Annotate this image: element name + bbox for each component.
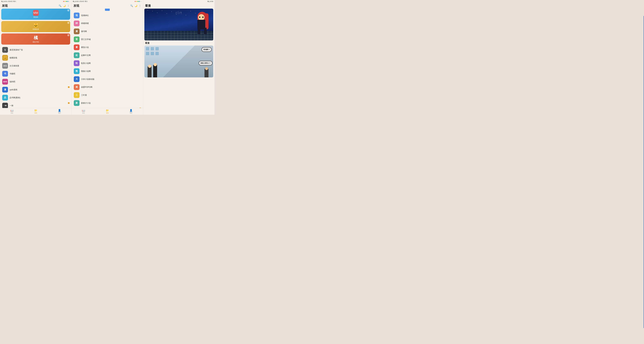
baozi-badge: [140, 108, 141, 108]
face: [198, 14, 204, 21]
more-icon-1[interactable]: ⋮: [67, 5, 70, 7]
list-item-fulib[interactable]: 福利吧 福利吧: [1, 78, 70, 86]
moon-icon-2[interactable]: 🌙: [134, 5, 137, 7]
dot-yellow-2: [136, 1, 137, 2]
sony-label: 索尼资源有广告: [10, 49, 23, 51]
list-item-shulou[interactable]: 书 书楼吧: [1, 70, 70, 78]
liuli-label: 琉璃神社: [81, 14, 89, 17]
status-bar-2: 晚上8:56 1月20日 周六 ···: [72, 0, 143, 3]
more-icon-2[interactable]: ⋮: [139, 5, 141, 7]
status-bar-1: 晚上8:56 1月20日 周六 ···: [0, 0, 72, 3]
dot-yellow-1: [64, 1, 66, 2]
card-orange[interactable]: × 橘 橘色书院: [1, 34, 70, 45]
list-item-pinshu[interactable]: 品 品书阁(繁体): [1, 94, 70, 102]
comic-scene-bg: 有动静？ 难道上面有人？: [144, 46, 213, 77]
yiqi-icon: 一骑: [2, 103, 8, 108]
fulib-icon: 福利吧: [2, 79, 8, 85]
popo-icon: 就: [74, 84, 80, 90]
tab-discover-label-1: 发现: [34, 112, 37, 114]
panda-label: 熊猫小说网: [81, 70, 91, 73]
hair-right: [205, 13, 208, 29]
fulib-label: 福利吧: [10, 80, 15, 83]
status-right-1: ···: [63, 1, 70, 2]
fushu-label: 腐书网: [81, 30, 87, 33]
moon-icon-1[interactable]: 🌙: [63, 5, 66, 7]
tab-read-1[interactable]: 📖 阅读: [0, 108, 24, 115]
section-label-1: 看漫: [145, 42, 213, 45]
comic-banner-1[interactable]: rIn: [144, 9, 213, 41]
yyds-label: yyds漫画: [10, 88, 17, 91]
list-item-bibibi[interactable]: 哔 哔哩哔哩: [73, 20, 142, 27]
tab-read-2[interactable]: 📖 阅读: [72, 108, 96, 115]
jjwx-label: 晋江文学城: [81, 38, 91, 41]
tab-mine-2[interactable]: 👤 我的: [119, 108, 143, 115]
status-left-2: 晚上8:56 1月20日 周六: [73, 1, 88, 3]
list-item-maopan-film[interactable]: 🐱 猫番影视: [1, 54, 70, 62]
header-icons-2: 🔍 🌙 ⋮: [130, 5, 141, 7]
header-2: 发现 🔍 🌙 ⋮: [72, 3, 143, 9]
orange-text: 橘: [34, 35, 38, 41]
pinshu-label: 品书阁(繁体): [10, 96, 20, 99]
list-item-qidian[interactable]: 起 起舞中文网: [73, 51, 142, 59]
anime-girl-figure: [196, 12, 208, 34]
yiqi-label: 一骑: [10, 104, 13, 107]
list-item-dami[interactable]: 大 大米小说移动版: [73, 75, 142, 83]
list-item-panda[interactable]: 熊 熊猫小说网: [73, 67, 142, 75]
yiqi-badge: [68, 102, 70, 104]
list-item-erm[interactable]: 耽 耽美小说网: [73, 59, 142, 67]
tab-discover-1[interactable]: 📁 发现: [24, 108, 48, 115]
tab-mine-1[interactable]: 👤 我的: [48, 108, 72, 115]
panel-content-2: 琉 琉璃神社 哔 哔哩哔哩 腐 腐书网 晋 晋江文学城 番 番茄小说 起 起舞中…: [72, 9, 143, 108]
close-kanman[interactable]: ×: [67, 9, 70, 12]
pinshu-icon: 品: [2, 95, 8, 100]
status-date-2: 1月20日: [79, 1, 84, 3]
panda-icon: 熊: [74, 68, 80, 74]
header-1: 发现 🔍 🌙 ⋮: [0, 3, 72, 9]
status-right-3: 晚上8:56: [208, 1, 213, 3]
list-item-yiqi[interactable]: 一骑 一骑: [1, 102, 70, 108]
kanman-icon: MM: [33, 10, 39, 16]
list-item-liuli[interactable]: 琉 琉璃神社: [73, 12, 142, 20]
card-maopan[interactable]: × 🐱 猫番耽美: [1, 21, 70, 32]
orange-label: 橘色书院: [32, 41, 39, 43]
list-item-ciyuan[interactable]: 次元 次元城动漫: [1, 62, 70, 70]
tab-bar-2: 📖 阅读 📁 发现 👤 我的: [72, 108, 143, 115]
list-item-fanqie[interactable]: 番 番茄小说: [73, 43, 142, 51]
status-more-2: ···: [140, 1, 142, 2]
dot-red-2: [135, 1, 136, 2]
search-icon-2[interactable]: 🔍: [130, 5, 133, 7]
status-date-1: 1月20日: [8, 1, 13, 3]
page-title-1: 发现: [2, 4, 8, 8]
dot-green-1: [66, 1, 67, 2]
scroll-indicator: [105, 9, 110, 11]
bibibi-label: 哔哩哔哩: [81, 22, 89, 25]
yyds-badge: [68, 86, 70, 88]
list-item-jjwx[interactable]: 晋 晋江文学城: [73, 35, 142, 43]
list-item-fushu[interactable]: 腐 腐书网: [73, 27, 142, 35]
status-bar-3: 晚上8:56: [143, 0, 214, 3]
leg-left: [198, 28, 200, 34]
tab-discover-label-2: 发现: [106, 112, 108, 114]
comic-banner-2[interactable]: 有动静？ 难道上面有人？: [144, 46, 213, 77]
tab-bar-1: 📖 阅读 📁 发现 👤 我的: [0, 108, 72, 115]
list-item-sony[interactable]: S 索尼资源有广告: [1, 46, 70, 54]
sanyewu-label: 三叶屋: [81, 94, 87, 96]
leg-right: [204, 28, 206, 34]
search-icon-1[interactable]: 🔍: [59, 5, 62, 7]
list-item-yyds[interactable]: 漫 yyds漫画: [1, 86, 70, 94]
close-orange[interactable]: ×: [67, 34, 70, 36]
list-item-xinrui[interactable]: 新 新睿才小说: [73, 99, 142, 107]
card-kanman[interactable]: × MM 看漫画: [1, 9, 70, 20]
eye-left: [199, 17, 200, 18]
qidian-icon: 起: [74, 52, 80, 58]
status-time-2: 晚上8:56: [73, 1, 78, 3]
status-time-3: 晚上8:56: [208, 1, 213, 3]
list-item-popo[interactable]: 就 就爱POPO网: [73, 83, 142, 91]
tab-discover-2[interactable]: 📁 发现: [96, 108, 119, 115]
close-maopan[interactable]: ×: [67, 22, 70, 24]
list-item-sanyewu[interactable]: 三 三叶屋: [73, 91, 142, 99]
dot-green-2: [138, 1, 138, 2]
list-item-baozi[interactable]: 包 包子漫画: [73, 107, 142, 108]
tab-mine-label-2: 我的: [130, 112, 132, 114]
ciyuan-label: 次元城动漫: [10, 65, 19, 67]
